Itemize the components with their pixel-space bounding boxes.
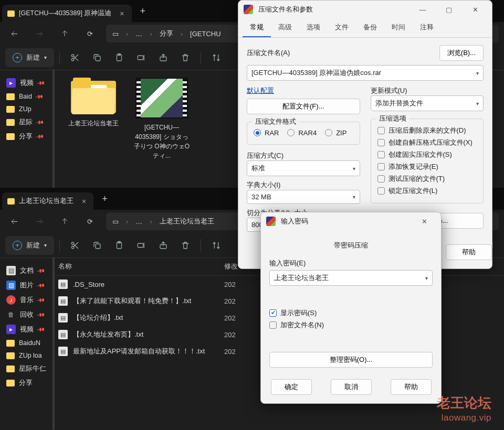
format-rar[interactable]: RAR [254, 127, 279, 138]
sidebar-item[interactable]: ♪音乐📌 [2, 293, 53, 307]
forward-button[interactable]: 🡢 [30, 212, 48, 230]
browse-button[interactable]: 浏览(B)... [439, 45, 484, 61]
help-button[interactable]: 帮助 [391, 379, 432, 395]
sidebar-item[interactable]: 分享 [2, 376, 53, 390]
window-tab[interactable]: 上老王论坛当老王 × [2, 192, 93, 210]
cut-button[interactable] [65, 48, 85, 67]
window-tab[interactable]: [GETCHU—4035389] 原神温迪 × [2, 5, 132, 22]
close-tab-icon[interactable]: × [82, 197, 86, 206]
method-label: 压缩方式(C) [247, 151, 360, 160]
rename-button[interactable] [131, 236, 151, 255]
pin-icon: 📌 [36, 132, 44, 141]
folder-item[interactable]: 上老王论坛当老王 [65, 78, 122, 128]
back-button[interactable]: 🡠 [5, 212, 23, 230]
forward-button[interactable]: 🡢 [30, 25, 48, 42]
tab-backup[interactable]: 备份 [356, 18, 384, 37]
new-tab-button[interactable]: + [132, 6, 154, 22]
opt-delete-after[interactable]: 压缩后删除原来的文件(D) [377, 124, 477, 136]
copy-button[interactable] [87, 236, 107, 255]
tab-general[interactable]: 常规 [243, 18, 271, 37]
sidebar-item[interactable]: 星际牛仁 [2, 362, 53, 376]
ok-button[interactable]: 确定 [271, 379, 312, 395]
up-button[interactable]: 🡡 [56, 212, 74, 230]
show-password-checkbox[interactable]: ✔显示密码(S) [269, 307, 433, 319]
new-button[interactable]: + 新建 ▾ [5, 48, 54, 67]
breadcrumb-seg[interactable]: [GETCHU [190, 30, 221, 38]
sort-button[interactable] [206, 236, 226, 255]
sidebar-item[interactable]: ▧图片📌 [2, 278, 53, 293]
back-button[interactable]: 🡠 [5, 25, 23, 42]
maximize-button[interactable]: ▢ [437, 4, 460, 15]
sidebar-item[interactable]: ▸视频📌 [2, 76, 53, 90]
cut-button[interactable] [65, 236, 85, 255]
paste-button[interactable] [109, 48, 129, 67]
encrypt-names-checkbox[interactable]: 加密文件名(N) [269, 319, 433, 331]
minimize-button[interactable]: — [411, 4, 434, 15]
sidebar-item[interactable]: ▸视频📌 [2, 322, 53, 337]
close-button[interactable]: ✕ [464, 4, 487, 15]
sidebar-item[interactable]: 🗑回收📌 [2, 307, 53, 322]
delete-button[interactable] [175, 236, 195, 255]
opt-test[interactable]: 测试压缩的文件(T) [377, 173, 477, 185]
archive-name-input[interactable]: [GETCHU—4035389] 原神温迪伪娘cos.rar ▾ [247, 65, 484, 81]
options-group: 压缩选项 压缩后删除原来的文件(D) 创建自解压格式压缩文件(X) 创建固实压缩… [371, 119, 484, 203]
sidebar-item[interactable]: 分享📌 [2, 130, 53, 144]
rename-button[interactable] [131, 48, 151, 67]
check-label: 显示密码(S) [280, 308, 317, 318]
sidebar-scrollbar[interactable] [52, 69, 55, 189]
method-select[interactable]: 标准▾ [247, 160, 360, 176]
close-tab-icon[interactable]: × [120, 9, 124, 18]
opt-sfx[interactable]: 创建自解压格式压缩文件(X) [377, 136, 477, 148]
new-tab-button[interactable]: + [93, 194, 116, 210]
help-button[interactable]: 帮助 [446, 244, 492, 260]
col-name[interactable]: 名称 [58, 262, 224, 271]
dict-select[interactable]: 32 MB▾ [247, 190, 360, 204]
sidebar-item[interactable]: ▤文档📌 [2, 263, 53, 278]
tab-advanced[interactable]: 高级 [271, 18, 299, 37]
sidebar-scrollbar[interactable] [52, 257, 55, 430]
format-zip[interactable]: ZIP [325, 127, 346, 138]
folder-icon [6, 340, 15, 347]
update-select[interactable]: 添加并替换文件▾ [371, 95, 484, 111]
breadcrumb-seg[interactable]: 分享 [160, 29, 173, 38]
dialog-body: 带密码压缩 输入密码(E) 上老王论坛当老王 ▾ ✔显示密码(S) 加密文件名(… [261, 230, 441, 373]
dialog-titlebar[interactable]: 压缩文件名和参数 — ▢ ✕ [238, 1, 492, 18]
share-button[interactable] [153, 48, 173, 67]
profile-link[interactable]: 默认配置 [247, 86, 360, 95]
opt-solid[interactable]: 创建固实压缩文件(S) [377, 148, 477, 160]
organize-passwords-button[interactable]: 整理密码(O)... [269, 352, 433, 368]
profile-button[interactable]: 配置文件(F)... [247, 99, 360, 114]
sidebar-item[interactable]: ZUp [2, 103, 53, 115]
sidebar-item[interactable]: ZUp loa [2, 349, 53, 362]
tab-files[interactable]: 文件 [328, 18, 356, 37]
close-button[interactable]: ✕ [413, 216, 436, 227]
opt-recovery[interactable]: 添加恢复记录(E) [377, 160, 477, 173]
breadcrumb-seg[interactable]: … [135, 30, 142, 38]
chevron-right-icon: › [150, 218, 152, 225]
breadcrumb-seg[interactable]: … [135, 218, 142, 225]
share-button[interactable] [153, 236, 173, 255]
opt-lock[interactable]: 锁定压缩文件(L) [377, 185, 477, 197]
sidebar-item[interactable]: 星际📌 [2, 115, 53, 130]
paste-button[interactable] [109, 236, 129, 255]
up-button[interactable]: 🡡 [56, 25, 74, 42]
password-input[interactable]: 上老王论坛当老王 ▾ [269, 270, 433, 286]
copy-button[interactable] [87, 48, 107, 67]
tab-options[interactable]: 选项 [299, 18, 328, 37]
rename-icon [136, 53, 146, 62]
tab-time[interactable]: 时间 [384, 18, 413, 37]
sidebar-item[interactable]: BaiduN [2, 337, 53, 349]
new-button[interactable]: + 新建 ▾ [5, 236, 54, 255]
delete-button[interactable] [175, 48, 195, 67]
refresh-button[interactable]: ⟳ [81, 212, 99, 230]
video-item[interactable]: [GETCHU—4035389] ショタっ子りつ O神のウェOティ... [133, 78, 191, 160]
breadcrumb-seg[interactable]: 上老王论坛当老王 [160, 217, 214, 226]
sidebar-label: 星际牛仁 [19, 364, 46, 373]
dialog-titlebar[interactable]: 输入密码 ✕ [261, 212, 441, 230]
refresh-button[interactable]: ⟳ [81, 25, 99, 42]
tab-comment[interactable]: 注释 [413, 18, 441, 37]
format-rar4[interactable]: RAR4 [287, 127, 317, 138]
sidebar-item[interactable]: Baid📌 [2, 90, 53, 103]
sort-button[interactable] [206, 48, 226, 67]
cancel-button[interactable]: 取消 [331, 379, 372, 395]
